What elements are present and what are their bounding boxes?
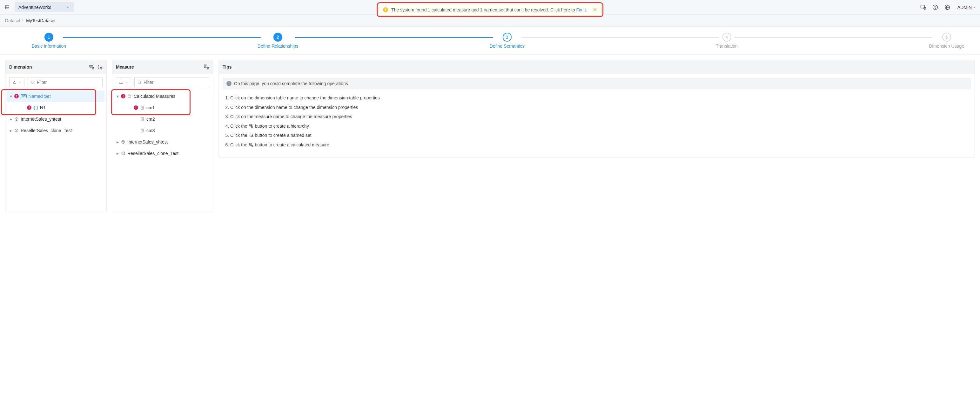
measure-item-resellersales[interactable]: ▸ ResellerSales_clone_Test	[114, 148, 211, 159]
error-icon: !	[121, 94, 126, 98]
chevron-right-icon: ▸	[9, 116, 13, 122]
breadcrumb-current: MyTestDataset	[26, 18, 56, 23]
svg-rect-16	[141, 129, 143, 132]
chevron-right-icon: ▸	[9, 128, 13, 133]
tips-list: Click on the dimension table name to cha…	[219, 93, 975, 157]
svg-rect-6	[91, 65, 93, 67]
step-define-relationships[interactable]: 2 Define Relationships	[258, 33, 298, 49]
tip-2: Click on the dimension name to change th…	[230, 105, 966, 111]
calculated-measures-group[interactable]: ▾ ! Calculated Measures	[114, 91, 211, 102]
tip-3: Click on the measure name to change the …	[230, 114, 966, 120]
svg-rect-18	[251, 124, 252, 125]
warning-icon: !	[383, 7, 388, 13]
breadcrumb-root[interactable]: Dataset	[5, 18, 20, 23]
measure-view-toggle[interactable]	[116, 77, 131, 87]
dimension-item-resellersales[interactable]: ▸ ResellerSales_clone_Test	[7, 125, 105, 136]
fix-it-link[interactable]: Fix It	[576, 7, 586, 13]
tips-lead: i On this page, you could complete the f…	[223, 78, 971, 89]
cube-icon	[14, 128, 19, 133]
svg-rect-5	[89, 65, 91, 67]
svg-rect-21	[249, 143, 251, 145]
tip-6: Click the button to create a calculated …	[230, 142, 966, 148]
add-named-set-icon[interactable]	[97, 64, 103, 70]
breadcrumb: Dataset / MyTestDataset	[0, 14, 980, 27]
cube-icon	[121, 151, 126, 156]
calc-measure-icon	[249, 143, 254, 147]
chevron-down-icon: ▾	[116, 94, 119, 99]
calc-measure-cm3[interactable]: cm3	[114, 125, 211, 136]
step-translation[interactable]: 4 Translation	[716, 33, 738, 49]
measure-filter[interactable]	[134, 77, 209, 87]
warning-text: The system found 1 calculated measure an…	[391, 7, 587, 13]
step-define-semantics[interactable]: 3 Define Semantics	[490, 33, 525, 49]
cm-group-icon	[127, 94, 132, 98]
calc-measure-cm1[interactable]: ! cm1	[114, 102, 211, 113]
calc-measure-cm2[interactable]: cm2	[114, 113, 211, 125]
chevron-down-icon: ▾	[9, 94, 13, 99]
named-set-item-n1[interactable]: ! { } N1	[7, 102, 105, 113]
wizard-steps: 1 Basic Information 2 Define Relationshi…	[0, 27, 980, 55]
cube-icon	[14, 117, 19, 121]
diagnose-icon[interactable]	[920, 4, 926, 11]
measure-item-internetsales[interactable]: ▸ InternetSales_yhtest	[114, 136, 211, 148]
tip-1: Click on the dimension table name to cha…	[230, 95, 966, 101]
calculator-icon	[140, 128, 145, 133]
hierarchy-icon	[249, 124, 254, 128]
chevron-down-icon	[65, 5, 70, 10]
svg-point-12	[138, 81, 140, 83]
error-icon: !	[27, 105, 32, 110]
svg-point-3	[935, 8, 935, 9]
svg-rect-14	[141, 106, 143, 110]
named-set-icon	[249, 133, 254, 138]
tip-5: Click the button to create a named set	[230, 132, 966, 139]
project-name: AdventureWorks	[18, 5, 51, 10]
svg-rect-10	[204, 65, 207, 68]
dimension-view-toggle[interactable]	[9, 77, 24, 87]
svg-rect-13	[128, 95, 131, 97]
ns-badge-icon: NS	[21, 94, 27, 98]
add-calculated-measure-icon[interactable]	[204, 64, 209, 70]
user-menu[interactable]: ADMIN	[958, 5, 976, 10]
tip-4: Click the button to create a hierarchy	[230, 123, 966, 130]
dimension-item-internetsales[interactable]: ▸ InternetSales_yhtest	[7, 113, 105, 125]
tips-panel: Tips i On this page, you could complete …	[218, 60, 975, 157]
measure-title: Measure	[116, 65, 134, 70]
dimension-title: Dimension	[9, 65, 32, 70]
svg-rect-15	[141, 117, 143, 121]
add-hierarchy-icon[interactable]	[89, 64, 94, 70]
error-icon: !	[14, 94, 19, 98]
calculator-icon	[140, 105, 145, 110]
measure-panel: Measure ▾ ! C	[112, 60, 213, 212]
calculator-icon	[140, 117, 145, 121]
step-dimension-usage[interactable]: 5 Dimension Usage	[929, 33, 964, 49]
collapse-menu-icon[interactable]	[4, 4, 10, 11]
cube-icon	[121, 140, 126, 144]
warning-banner: ! The system found 1 calculated measure …	[378, 4, 602, 16]
dimension-filter-input[interactable]	[37, 80, 100, 85]
project-selector[interactable]: AdventureWorks	[14, 2, 74, 13]
tips-title: Tips	[223, 65, 232, 70]
named-set-group[interactable]: ▾ ! NS Named Set	[7, 91, 105, 102]
close-icon[interactable]: ✕	[593, 7, 597, 13]
svg-point-9	[31, 81, 33, 83]
braces-icon: { }	[33, 105, 38, 110]
chevron-right-icon: ▸	[116, 151, 119, 156]
help-icon[interactable]	[932, 4, 939, 11]
step-basic-information[interactable]: 1 Basic Information	[32, 33, 66, 49]
chevron-right-icon: ▸	[116, 140, 119, 144]
svg-rect-17	[249, 124, 250, 125]
info-icon: i	[226, 81, 232, 86]
measure-filter-input[interactable]	[143, 80, 207, 85]
globe-icon[interactable]	[944, 4, 950, 11]
dimension-filter[interactable]	[28, 77, 103, 87]
error-icon: !	[134, 105, 138, 110]
dimension-panel: Dimension ▾ !	[5, 60, 107, 212]
